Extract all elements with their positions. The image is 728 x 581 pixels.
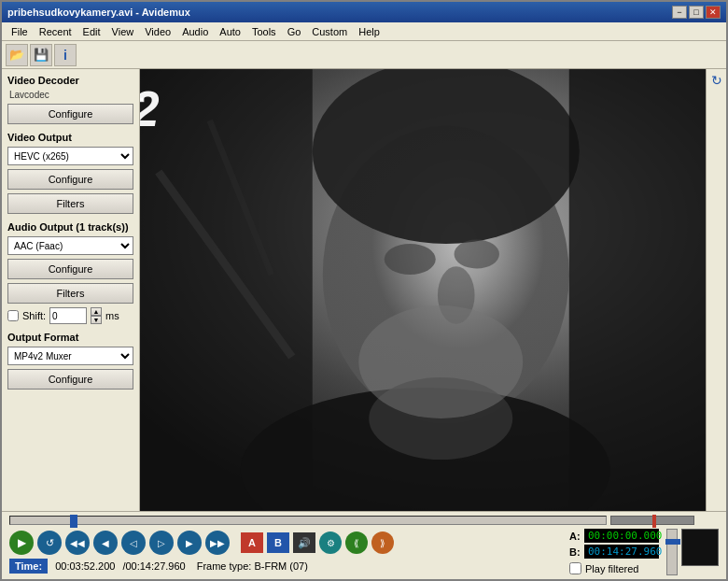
menu-go[interactable]: Go <box>282 24 307 39</box>
save-icon: 💾 <box>34 48 49 62</box>
set-b-button[interactable]: B <box>267 532 289 553</box>
set-a-icon: A <box>248 537 256 548</box>
configure-output-button[interactable]: Configure <box>7 369 133 390</box>
play-button[interactable]: ▶ <box>9 531 34 555</box>
next-frame-icon: ▷ <box>158 538 165 548</box>
ab-a-row: A: 00:00:00.000 <box>569 529 659 543</box>
loop-icon: ↺ <box>46 537 54 549</box>
loop-button[interactable]: ↺ <box>37 531 62 555</box>
volume-slider[interactable] <box>666 529 678 575</box>
output-format-label: Output Format <box>7 332 133 343</box>
rewind-big-icon: ◀◀ <box>70 538 85 548</box>
progress-thumb[interactable] <box>70 515 77 528</box>
menu-view[interactable]: View <box>106 24 140 39</box>
configure-video-output-button[interactable]: Configure <box>7 169 133 190</box>
play-filtered-checkbox[interactable] <box>569 562 581 574</box>
controls-area: ▶ ↺ ◀◀ ◀ ◁ <box>2 527 726 579</box>
maximize-button[interactable]: □ <box>689 6 704 19</box>
video-output-select[interactable]: HEVC (x265) <box>7 147 133 165</box>
menu-tools[interactable]: Tools <box>246 24 282 39</box>
video-decoder-value: Lavcodec <box>9 90 133 100</box>
ab-b-time: 00:14:27.960 <box>584 545 659 559</box>
volume-button[interactable]: 🔊 <box>293 532 315 553</box>
menu-auto[interactable]: Auto <box>214 24 246 39</box>
mini-progress-bar[interactable] <box>610 516 694 525</box>
close-button[interactable]: ✕ <box>706 6 721 19</box>
svg-rect-16 <box>140 98 144 102</box>
settings-button[interactable]: ⚙ <box>319 531 342 554</box>
menu-custom[interactable]: Custom <box>306 24 353 39</box>
settings-icon: ⚙ <box>327 538 335 548</box>
forward-small-button[interactable]: ▶ <box>177 531 202 555</box>
volume-area <box>666 529 678 575</box>
main-progress-bar[interactable] <box>9 516 607 525</box>
video-thumbnail <box>681 529 719 566</box>
forward-big-icon: ▶▶ <box>210 538 225 548</box>
forward-big-button[interactable]: ▶▶ <box>205 531 230 555</box>
video-output-label: Video Output <box>7 132 133 143</box>
minimize-button[interactable]: − <box>672 6 687 19</box>
rewind-big-button[interactable]: ◀◀ <box>65 531 90 555</box>
progress-area <box>2 512 726 527</box>
shift-checkbox[interactable] <box>7 310 19 321</box>
spin-down-button[interactable]: ▼ <box>91 316 102 324</box>
forward-small-icon: ▶ <box>186 538 193 548</box>
window-title: pribehsudkovykamery.avi - Avidemux <box>7 7 190 18</box>
decode-icon: ⟫ <box>380 538 385 548</box>
menu-help[interactable]: Help <box>353 24 385 39</box>
refresh-icon[interactable]: ↻ <box>711 73 722 88</box>
audio-filters-button[interactable]: Filters <box>7 283 133 304</box>
shift-input[interactable] <box>49 307 87 324</box>
video-filters-button[interactable]: Filters <box>7 193 133 214</box>
decode-button[interactable]: ⟫ <box>371 531 394 554</box>
configure-audio-button[interactable]: Configure <box>7 259 133 279</box>
configure-decoder-button[interactable]: Configure <box>7 104 133 124</box>
info-button[interactable]: i <box>54 44 77 66</box>
open-icon: 📂 <box>9 48 24 62</box>
play-filtered-row: Play filtered <box>569 562 659 574</box>
rewind-small-button[interactable]: ◀ <box>93 531 118 555</box>
menu-edit[interactable]: Edit <box>77 24 106 39</box>
menu-audio[interactable]: Audio <box>176 24 214 39</box>
svg-point-9 <box>385 244 436 275</box>
output-format-select[interactable]: MP4v2 Muxer <box>7 347 133 365</box>
prev-frame-button[interactable]: ◁ <box>121 531 146 555</box>
main-content: Video Decoder Lavcodec Configure Video O… <box>2 69 726 511</box>
audio-output-dropdown-row: AAC (Faac) <box>7 236 133 255</box>
menu-file[interactable]: File <box>6 24 34 39</box>
ab-b-label: B: <box>569 546 581 558</box>
open-button[interactable]: 📂 <box>6 44 28 66</box>
next-frame-button[interactable]: ▷ <box>149 531 174 555</box>
ab-controls: A: 00:00:00.000 B: 00:14:27.960 Play fil… <box>569 529 659 574</box>
audio-output-select[interactable]: AAC (Faac) <box>7 236 133 255</box>
menu-video[interactable]: Video <box>139 24 176 39</box>
play-icon: ▶ <box>18 536 26 549</box>
save-button[interactable]: 💾 <box>30 44 52 66</box>
spin-up-button[interactable]: ▲ <box>91 307 102 316</box>
toolbar: 📂 💾 i <box>2 41 726 69</box>
encode-button[interactable]: ⟪ <box>345 531 368 554</box>
output-format-dropdown-row: MP4v2 Muxer <box>7 347 133 365</box>
svg-point-10 <box>455 240 499 269</box>
menu-recent[interactable]: Recent <box>34 24 77 39</box>
prev-frame-icon: ◁ <box>130 538 137 548</box>
mini-progress-thumb[interactable] <box>652 515 656 528</box>
shift-row: Shift: ▲ ▼ ms <box>7 307 133 324</box>
set-a-button[interactable]: A <box>241 532 263 553</box>
left-panel: Video Decoder Lavcodec Configure Video O… <box>2 69 140 511</box>
transport-controls: ▶ ↺ ◀◀ ◀ ◁ <box>9 529 562 557</box>
frame-info: Frame type: B-FRM (07) <box>197 560 308 572</box>
volume-thumb[interactable] <box>665 539 680 545</box>
bottom-section: ▶ ↺ ◀◀ ◀ ◁ <box>2 511 726 579</box>
video-frame: 2 <box>140 69 706 511</box>
title-bar: pribehsudkovykamery.avi - Avidemux − □ ✕ <box>2 2 726 22</box>
controls-left: ▶ ↺ ◀◀ ◀ ◁ <box>9 529 562 575</box>
total-time: /00:14:27.960 <box>122 560 185 572</box>
svg-point-11 <box>358 305 523 418</box>
time-label: Time: <box>9 559 48 574</box>
encode-icon: ⟪ <box>354 538 359 548</box>
rewind-small-icon: ◀ <box>102 538 109 548</box>
play-filtered-label: Play filtered <box>585 563 638 574</box>
shift-spinner: ▲ ▼ <box>91 307 102 324</box>
ab-b-row: B: 00:14:27.960 <box>569 545 659 559</box>
